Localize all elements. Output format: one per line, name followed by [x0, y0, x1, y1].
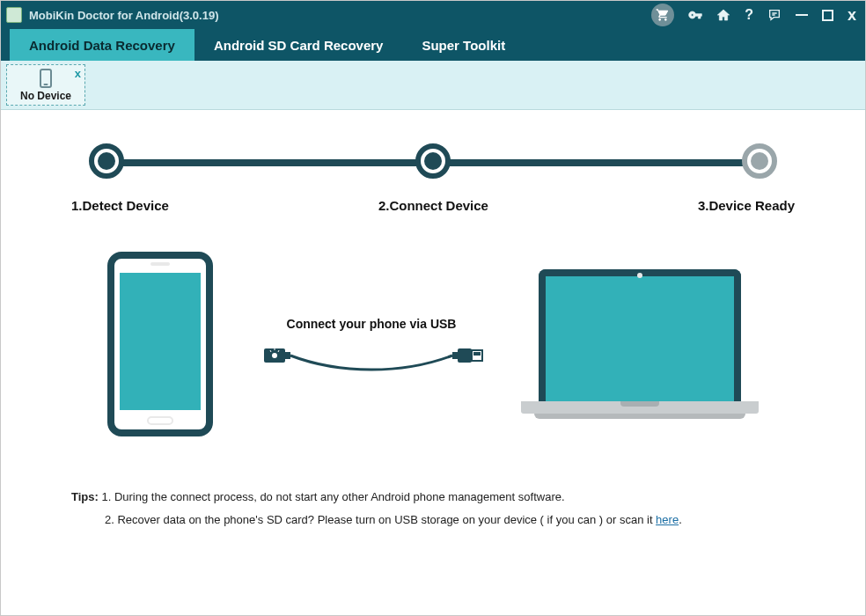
usb-cable-area: Connect your phone via USB	[248, 317, 495, 371]
home-icon	[716, 8, 730, 22]
titlebar: MobiKin Doctor for Android(3.0.19) ? x	[1, 1, 865, 29]
feedback-icon	[767, 8, 782, 22]
tab-super-toolkit[interactable]: Super Toolkit	[402, 29, 525, 61]
tips-line-2: 2. Recover data on the phone's SD card? …	[71, 509, 795, 532]
progress-steps	[89, 138, 777, 187]
step-2-circle	[415, 143, 451, 179]
step-labels: 1.Detect Device 2.Connect Device 3.Devic…	[71, 198, 795, 213]
phone-speaker-icon	[150, 262, 170, 266]
key-button[interactable]	[688, 8, 702, 22]
connect-illustration: Connect your phone via USB	[54, 252, 812, 436]
tips-section: Tips: 1. During the connect process, do …	[71, 486, 795, 532]
minimize-button[interactable]	[796, 14, 808, 16]
device-card-close[interactable]: x	[75, 67, 81, 80]
tabbar: Android Data Recovery Android SD Card Re…	[1, 29, 865, 61]
titlebar-icons: ? x	[651, 4, 856, 26]
laptop-base-icon	[534, 414, 745, 419]
tips-text-1: 1. During the connect process, do not st…	[101, 490, 564, 503]
laptop-deck-icon	[521, 401, 759, 414]
svg-rect-4	[458, 348, 472, 363]
phone-outline-icon	[40, 69, 52, 88]
tips-text-2b: .	[679, 513, 682, 526]
scan-here-link[interactable]: here	[656, 513, 679, 526]
tips-label: Tips:	[71, 490, 99, 503]
step-1-label: 1.Detect Device	[71, 198, 169, 213]
laptop-notch-icon	[620, 401, 659, 407]
key-icon	[688, 8, 702, 22]
step-2-label: 2.Connect Device	[378, 198, 488, 213]
step-3-circle	[742, 143, 777, 179]
phone-home-icon	[147, 416, 173, 425]
cart-button[interactable]	[651, 4, 674, 26]
minimize-icon	[796, 14, 808, 16]
app-icon	[6, 7, 22, 23]
device-subbar: x No Device	[1, 61, 865, 110]
usb-caption: Connect your phone via USB	[287, 317, 457, 331]
phone-illustration	[107, 252, 213, 436]
svg-rect-6	[473, 352, 481, 356]
phone-screen-icon	[120, 273, 201, 410]
step-3-label: 3.Device Ready	[698, 198, 795, 213]
laptop-illustration	[521, 269, 759, 419]
help-icon: ?	[745, 7, 753, 23]
no-device-card[interactable]: x No Device	[6, 64, 85, 106]
svg-rect-2	[285, 352, 290, 359]
close-button[interactable]: x	[848, 6, 856, 25]
svg-rect-3	[452, 352, 458, 359]
maximize-icon	[822, 10, 833, 21]
usb-cable-icon	[257, 340, 486, 371]
tab-android-data-recovery[interactable]: Android Data Recovery	[10, 29, 194, 61]
app-title: MobiKin Doctor for Android(3.0.19)	[29, 9, 218, 22]
cart-icon	[656, 8, 670, 22]
svg-point-1	[272, 353, 277, 358]
laptop-lid-icon	[539, 269, 741, 401]
help-button[interactable]: ?	[745, 7, 753, 23]
tab-android-sd-card-recovery[interactable]: Android SD Card Recovery	[194, 29, 403, 61]
close-icon: x	[848, 6, 856, 25]
main-content: 1.Detect Device 2.Connect Device 3.Devic…	[1, 110, 865, 532]
maximize-button[interactable]	[822, 10, 833, 21]
laptop-camera-icon	[637, 273, 642, 278]
tips-line-1: Tips: 1. During the connect process, do …	[71, 486, 795, 509]
device-card-label: No Device	[20, 90, 71, 102]
step-1-circle	[89, 143, 124, 179]
home-button[interactable]	[716, 8, 730, 22]
tips-text-2a: 2. Recover data on the phone's SD card? …	[105, 513, 656, 526]
feedback-button[interactable]	[767, 8, 782, 22]
